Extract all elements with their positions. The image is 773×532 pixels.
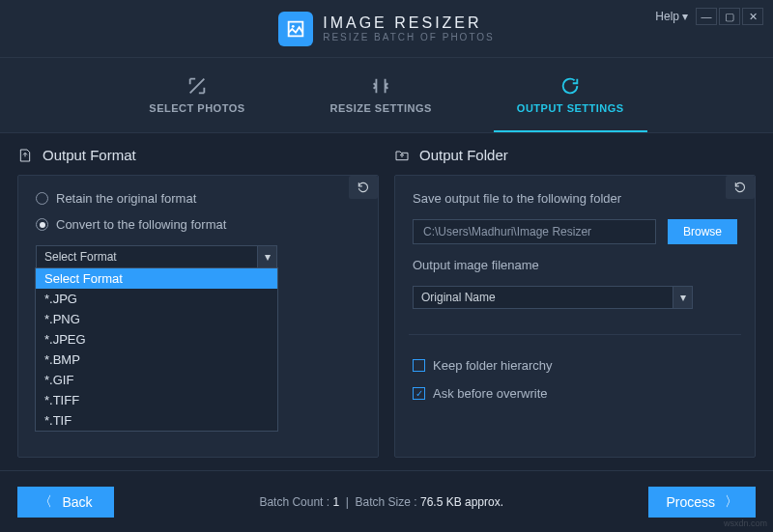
minimize-button[interactable]: — <box>696 8 717 25</box>
format-option[interactable]: *.TIFF <box>36 390 277 410</box>
format-option[interactable]: *.JPG <box>36 289 277 309</box>
section-title: Output Folder <box>419 147 508 163</box>
checkbox-icon <box>413 359 425 372</box>
help-menu[interactable]: Help ▾ <box>655 10 688 23</box>
batch-info: Batch Count : 1 | Batch Size : 76.5 KB a… <box>114 495 648 509</box>
button-label: Process <box>666 494 715 510</box>
radio-retain-original[interactable]: Retain the original format <box>36 191 360 206</box>
ask-overwrite-checkbox[interactable]: Ask before overwrite <box>413 386 737 401</box>
tab-label: RESIZE SETTINGS <box>330 102 432 114</box>
format-option[interactable]: *.BMP <box>36 350 277 370</box>
tab-resize-settings[interactable]: RESIZE SETTINGS <box>307 58 455 132</box>
divider <box>409 334 741 335</box>
browse-button[interactable]: Browse <box>668 219 737 244</box>
checkbox-label: Keep folder hierarchy <box>433 358 553 373</box>
radio-icon <box>36 218 48 231</box>
app-title: IMAGE RESIZER <box>323 14 495 32</box>
reset-format-button[interactable] <box>349 176 378 199</box>
tab-label: SELECT PHOTOS <box>149 102 244 114</box>
format-dropdown: Select Format *.JPG *.PNG *.JPEG *.BMP *… <box>35 267 278 432</box>
format-select-wrapper: Select Format ▾ Select Format *.JPG *.PN… <box>36 245 277 268</box>
folder-export-icon <box>394 148 410 163</box>
maximize-button[interactable]: ▢ <box>719 8 740 25</box>
main-tabs: SELECT PHOTOS RESIZE SETTINGS OUTPUT SET… <box>0 58 773 133</box>
chevron-down-icon: ▾ <box>682 10 688 23</box>
undo-icon <box>357 181 370 194</box>
back-button[interactable]: 〈 Back <box>17 487 114 518</box>
output-format-heading: Output Format <box>17 147 379 163</box>
help-label: Help <box>655 10 679 23</box>
batch-count-value: 1 <box>332 495 339 509</box>
export-icon <box>17 148 33 163</box>
tab-select-photos[interactable]: SELECT PHOTOS <box>126 58 268 132</box>
chevron-down-icon: ▾ <box>257 246 276 267</box>
filename-select[interactable]: Original Name ▾ <box>413 286 693 309</box>
expand-arrows-icon <box>186 75 208 97</box>
format-option[interactable]: *.JPEG <box>36 329 277 350</box>
tab-output-settings[interactable]: OUTPUT SETTINGS <box>494 58 647 132</box>
format-select[interactable]: Select Format ▾ <box>36 245 277 268</box>
format-option[interactable]: *.PNG <box>36 309 277 329</box>
format-option[interactable]: *.TIF <box>36 410 277 431</box>
undo-icon <box>733 181 747 194</box>
brand-text: IMAGE RESIZER RESIZE BATCH OF PHOTOS <box>323 14 495 42</box>
app-brand: IMAGE RESIZER RESIZE BATCH OF PHOTOS <box>278 12 495 46</box>
output-folder-panel: Save output file to the following folder… <box>394 175 756 458</box>
app-header: IMAGE RESIZER RESIZE BATCH OF PHOTOS Hel… <box>0 0 773 58</box>
section-title: Output Format <box>43 147 136 163</box>
radio-icon <box>36 192 48 205</box>
batch-size-label: Batch Size : <box>356 495 417 509</box>
output-format-column: Output Format Retain the original format… <box>17 147 379 458</box>
folder-path-input[interactable]: C:\Users\Madhuri\Image Resizer <box>413 219 656 244</box>
radio-label: Retain the original format <box>56 191 196 206</box>
filename-label: Output image filename <box>413 258 737 272</box>
process-button[interactable]: Process 〉 <box>648 487 756 518</box>
app-logo-icon <box>278 12 313 46</box>
refresh-icon <box>559 75 581 97</box>
folder-path-row: C:\Users\Madhuri\Image Resizer Browse <box>413 219 737 244</box>
output-folder-column: Output Folder Save output file to the fo… <box>394 147 756 458</box>
chevron-left-icon: 〈 <box>39 493 52 511</box>
batch-count-label: Batch Count : <box>259 495 329 509</box>
chevron-right-icon: 〉 <box>725 493 738 511</box>
checkbox-label: Ask before overwrite <box>433 386 548 401</box>
main-content: Output Format Retain the original format… <box>0 133 773 467</box>
save-folder-label: Save output file to the following folder <box>413 191 737 206</box>
tab-label: OUTPUT SETTINGS <box>517 102 624 114</box>
radio-convert-format[interactable]: Convert to the following format <box>36 217 360 232</box>
close-button[interactable]: ✕ <box>742 8 763 25</box>
select-value: Original Name <box>421 291 496 304</box>
filename-select-wrapper: Original Name ▾ <box>413 286 693 309</box>
svg-point-0 <box>292 24 295 27</box>
output-folder-heading: Output Folder <box>394 147 756 163</box>
checkbox-icon <box>413 387 425 400</box>
keep-hierarchy-checkbox[interactable]: Keep folder hierarchy <box>413 358 737 373</box>
chevron-down-icon: ▾ <box>673 287 692 308</box>
header-controls: Help ▾ — ▢ ✕ <box>655 8 763 25</box>
app-subtitle: RESIZE BATCH OF PHOTOS <box>323 32 495 42</box>
reset-folder-button[interactable] <box>726 176 755 199</box>
format-option[interactable]: *.GIF <box>36 370 277 390</box>
output-format-panel: Retain the original format Convert to th… <box>17 175 379 458</box>
button-label: Back <box>62 494 92 510</box>
radio-label: Convert to the following format <box>56 217 226 232</box>
select-value: Select Format <box>44 250 117 264</box>
batch-size-value: 76.5 KB approx. <box>420 495 503 509</box>
resize-icon <box>370 75 391 97</box>
footer-bar: 〈 Back Batch Count : 1 | Batch Size : 76… <box>0 470 773 532</box>
format-option[interactable]: Select Format <box>36 268 277 289</box>
